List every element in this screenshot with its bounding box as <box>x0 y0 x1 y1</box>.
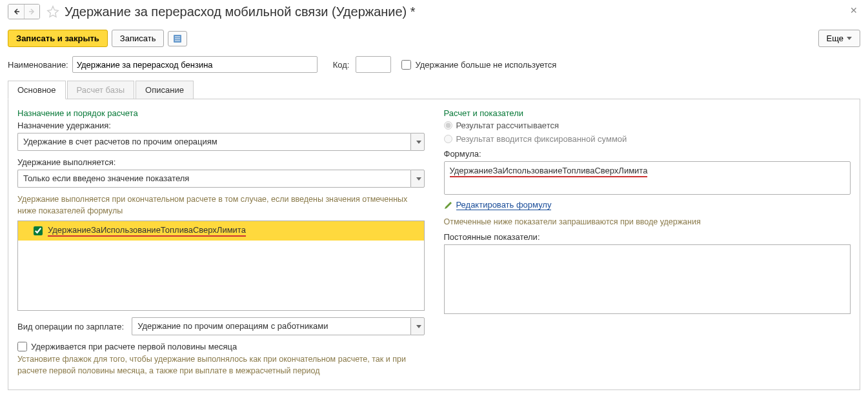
when-hint: Удержание выполняется при окончательном … <box>17 194 425 217</box>
first-half-checkbox[interactable] <box>17 342 27 351</box>
operation-select-dropdown[interactable] <box>410 317 425 335</box>
indicators-hint: Отмеченные ниже показатели запрашиваются… <box>444 217 851 228</box>
indicator-row[interactable]: УдержаниеЗаИспользованиеТопливаСверхЛими… <box>18 221 424 241</box>
when-select[interactable]: Только если введено значение показателя <box>17 170 410 188</box>
save-button[interactable]: Записать <box>112 30 165 47</box>
const-label: Постоянные показатели: <box>444 232 851 242</box>
radio-calculated <box>444 121 452 130</box>
chevron-down-icon <box>847 37 852 40</box>
radio-fixed <box>444 135 452 143</box>
chevron-down-icon <box>416 177 421 181</box>
section-purpose-title: Назначение и порядок расчета <box>17 108 425 118</box>
when-select-dropdown[interactable] <box>410 170 425 188</box>
page-title: Удержание за перерасход мобильной связи … <box>65 5 416 19</box>
indicator-list[interactable]: УдержаниеЗаИспользованиеТопливаСверхЛими… <box>17 221 425 311</box>
nav-forward-button[interactable] <box>24 5 39 19</box>
chevron-down-icon <box>416 141 421 144</box>
operation-select[interactable]: Удержание по прочим операциям с работник… <box>132 317 410 335</box>
favorite-star-icon[interactable] <box>46 5 59 18</box>
not-used-checkbox[interactable] <box>401 60 411 70</box>
when-label: Удержание выполняется: <box>17 157 425 167</box>
pencil-icon <box>444 201 453 210</box>
formula-box[interactable]: УдержаниеЗаИспользованиеТопливаСверхЛими… <box>444 161 851 195</box>
formula-label: Формула: <box>444 149 851 159</box>
code-input[interactable] <box>356 56 391 73</box>
indicator-text: УдержаниеЗаИспользованиеТопливаСверхЛими… <box>48 225 246 237</box>
radio-calculated-label: Результат рассчитывается <box>456 121 560 130</box>
edit-formula-link[interactable]: Редактировать формулу <box>456 200 552 210</box>
operation-label: Вид операции по зарплате: <box>17 322 124 331</box>
list-view-button[interactable] <box>168 31 187 46</box>
tab-main[interactable]: Основное <box>8 81 66 99</box>
first-half-label: Удерживается при расчете первой половины… <box>31 342 237 351</box>
radio-fixed-label: Результат вводится фиксированной суммой <box>456 134 627 144</box>
tab-description[interactable]: Описание <box>136 81 194 99</box>
list-icon <box>173 34 182 43</box>
first-half-hint: Установите флажок для того, чтобы удержа… <box>17 354 425 377</box>
indicator-checkbox[interactable] <box>34 226 43 235</box>
nav-back-button[interactable] <box>8 5 24 19</box>
name-input[interactable] <box>72 56 318 73</box>
constant-indicators-list[interactable] <box>444 244 851 314</box>
save-and-close-button[interactable]: Записать и закрыть <box>8 30 108 47</box>
close-icon[interactable]: ✕ <box>847 4 860 17</box>
name-label: Наименование: <box>8 60 68 70</box>
formula-text: УдержаниеЗаИспользованиеТопливаСверхЛими… <box>450 166 648 177</box>
tab-base-calc: Расчет базы <box>67 81 135 99</box>
purpose-label: Назначение удержания: <box>17 121 425 130</box>
more-button[interactable]: Еще <box>818 30 860 47</box>
not-used-label: Удержание больше не используется <box>415 60 556 70</box>
code-label: Код: <box>333 60 350 70</box>
chevron-down-icon <box>416 325 421 328</box>
section-calc-title: Расчет и показатели <box>444 108 851 118</box>
purpose-select-dropdown[interactable] <box>410 133 425 151</box>
purpose-select[interactable]: Удержание в счет расчетов по прочим опер… <box>17 133 410 151</box>
